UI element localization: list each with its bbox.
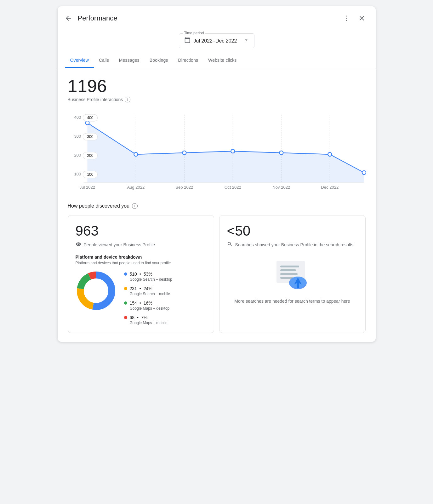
legend-value-mobile-search: 231: [130, 286, 137, 291]
svg-text:100: 100: [87, 172, 93, 177]
tab-calls[interactable]: Calls: [94, 53, 114, 68]
legend-item-mobile-search: 231 • 24% Google Search – mobile: [124, 286, 172, 296]
legend-pct-desktop-maps: 16%: [144, 301, 152, 306]
dropdown-arrow-icon: [243, 37, 249, 44]
no-data-text: More searches are needed for search term…: [227, 299, 358, 304]
svg-text:300: 300: [74, 134, 81, 139]
legend-item-desktop-search: 510 • 53% Google Search – desktop: [124, 272, 172, 282]
svg-rect-32: [280, 266, 299, 267]
legend-name-mobile-maps: Google Maps – mobile: [130, 321, 172, 325]
searches-description: Searches showed your Business Profile in…: [227, 241, 358, 248]
svg-rect-33: [280, 269, 296, 271]
legend-dot-red: [124, 316, 127, 319]
views-card: 963 People viewed your Business Profile …: [68, 215, 214, 333]
svg-text:200: 200: [87, 153, 93, 158]
svg-text:Oct 2022: Oct 2022: [224, 185, 241, 190]
views-count: 963: [76, 223, 206, 239]
tab-messages[interactable]: Messages: [114, 53, 145, 68]
legend-name-mobile-search: Google Search – mobile: [130, 292, 172, 296]
svg-point-2: [346, 20, 347, 21]
svg-text:Aug 2022: Aug 2022: [127, 185, 145, 190]
legend-item-desktop-maps: 154 • 16% Google Maps – desktop: [124, 301, 172, 311]
views-description: People viewed your Business Profile: [76, 241, 206, 248]
svg-text:400: 400: [74, 115, 81, 120]
chart-area: [87, 123, 364, 182]
legend-name-desktop-maps: Google Maps – desktop: [130, 306, 172, 311]
svg-text:Dec 2022: Dec 2022: [321, 185, 339, 190]
svg-point-0: [346, 16, 347, 17]
legend-value-desktop-search: 510: [130, 272, 137, 277]
breakdown-content: 510 • 53% Google Search – desktop 231 •: [76, 270, 206, 325]
svg-text:Jul 2022: Jul 2022: [79, 185, 95, 190]
interactions-info-icon[interactable]: i: [125, 97, 130, 102]
time-period-wrapper: Time period Jul 2022–Dec 2022: [58, 28, 376, 53]
close-button[interactable]: [356, 12, 368, 25]
tab-directions[interactable]: Directions: [173, 53, 203, 68]
time-period-label: Time period: [183, 31, 205, 35]
tab-bookings[interactable]: Bookings: [145, 53, 173, 68]
legend-item-mobile-maps: 68 • 7% Google Maps – mobile: [124, 315, 172, 325]
legend-dot-yellow: [124, 287, 127, 290]
eye-icon: [76, 241, 81, 248]
back-button[interactable]: [63, 13, 74, 24]
legend-dot-green: [124, 301, 127, 305]
legend-dot-blue: [124, 272, 127, 276]
performance-card: Performance Time period: [58, 6, 376, 342]
search-icon: [227, 241, 233, 248]
more-options-button[interactable]: [340, 12, 353, 25]
chart-point-aug: [134, 152, 138, 156]
header: Performance: [58, 6, 376, 28]
chart-container: 400 300 200 100: [68, 110, 366, 193]
svg-text:300: 300: [87, 135, 93, 139]
chart-point-dec-1: [328, 152, 332, 156]
time-period-selector[interactable]: Time period Jul 2022–Dec 2022: [179, 33, 254, 48]
tabs-bar: Overview Calls Messages Bookings Directi…: [58, 53, 376, 68]
chart-point-oct: [231, 149, 235, 153]
donut-chart: [76, 270, 117, 312]
line-chart: 400 300 200 100: [68, 110, 366, 192]
breakdown-subtitle: Platform and devices that people used to…: [76, 261, 206, 265]
header-left: Performance: [63, 13, 117, 24]
legend-value-mobile-maps: 68: [130, 315, 135, 320]
legend-list: 510 • 53% Google Search – desktop 231 •: [124, 270, 172, 325]
svg-point-1: [346, 18, 347, 19]
legend-value-desktop-maps: 154: [130, 301, 137, 306]
breakdown-title: Platform and device breakdown: [76, 255, 206, 260]
tab-website-clicks[interactable]: Website clicks: [203, 53, 242, 68]
svg-rect-34: [280, 273, 298, 275]
legend-pct-mobile-search: 24%: [144, 286, 152, 291]
svg-text:400: 400: [87, 116, 93, 120]
main-content: 1196 Business Profile interactions i 400…: [58, 68, 376, 342]
searches-card: <50 Searches showed your Business Profil…: [219, 215, 366, 333]
svg-text:Nov 2022: Nov 2022: [272, 185, 290, 190]
discovery-cards-row: 963 People viewed your Business Profile …: [68, 215, 366, 333]
discovered-section-title: How people discovered you i: [68, 203, 366, 209]
page-title: Performance: [78, 14, 117, 22]
svg-text:Sep 2022: Sep 2022: [175, 185, 193, 190]
searches-count: <50: [227, 223, 358, 239]
header-right: [340, 12, 368, 25]
chart-point-dec-2: [362, 171, 365, 175]
tab-overview[interactable]: Overview: [65, 53, 94, 68]
svg-text:100: 100: [74, 172, 81, 176]
chart-point-nov: [279, 151, 283, 155]
time-period-value: Jul 2022–Dec 2022: [194, 38, 240, 44]
interactions-label: Business Profile interactions i: [68, 97, 366, 102]
svg-text:200: 200: [74, 153, 81, 158]
chart-point-jul: [85, 121, 89, 125]
legend-name-desktop-search: Google Search – desktop: [130, 277, 172, 282]
no-data-illustration: [227, 255, 358, 292]
legend-pct-desktop-search: 53%: [144, 272, 152, 277]
discovered-info-icon[interactable]: i: [132, 203, 138, 209]
interactions-count: 1196: [68, 77, 366, 95]
svg-rect-35: [280, 277, 293, 279]
calendar-icon: [184, 37, 191, 45]
chart-point-sep: [182, 151, 186, 155]
legend-pct-mobile-maps: 7%: [141, 315, 147, 320]
